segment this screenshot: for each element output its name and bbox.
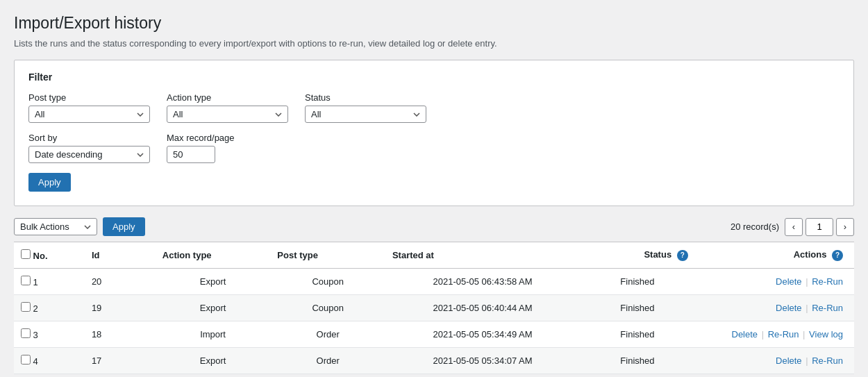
cell-no: 3	[14, 321, 85, 348]
col-header-no: No.	[14, 242, 85, 269]
toolbar: Bulk Actions Delete Apply 20 record(s) ‹…	[14, 217, 854, 236]
cell-post-type: Order	[270, 348, 385, 374]
action-separator: |	[759, 329, 767, 340]
cell-action-type: Import	[156, 321, 271, 348]
cell-id: 19	[85, 295, 156, 321]
action-link-view-log[interactable]: View log	[809, 329, 843, 340]
action-type-label: Action type	[167, 92, 288, 103]
cell-status: Finished	[580, 321, 695, 348]
toolbar-left: Bulk Actions Delete Apply	[14, 217, 145, 236]
col-header-actions: Actions ?	[695, 242, 854, 269]
select-all-checkbox[interactable]	[21, 249, 31, 259]
cell-post-type: Coupon	[270, 295, 385, 321]
sort-by-select[interactable]: Date descending Date ascending	[28, 146, 150, 163]
cell-no: 2	[14, 295, 85, 321]
history-table: No. Id Action type Post type Started at …	[14, 242, 854, 374]
col-header-post-type: Post type	[270, 242, 385, 269]
cell-actions: Delete | Re-Run	[695, 348, 854, 374]
action-link-delete[interactable]: Delete	[776, 355, 802, 366]
cell-id: 17	[85, 348, 156, 374]
cell-started-at: 2021-05-05 06:40:44 AM	[385, 295, 580, 321]
cell-post-type: Order	[270, 321, 385, 348]
cell-id: 18	[85, 321, 156, 348]
cell-actions: Delete | Re-Run	[695, 295, 854, 321]
toolbar-right: 20 record(s) ‹ ›	[731, 218, 854, 236]
cell-no: 4	[14, 348, 85, 374]
row-checkbox-4[interactable]	[21, 355, 31, 365]
action-link-re-run[interactable]: Re-Run	[812, 276, 843, 287]
prev-page-button[interactable]: ‹	[785, 218, 803, 236]
col-header-id: Id	[85, 242, 156, 269]
row-checkbox-2[interactable]	[21, 302, 31, 312]
status-select[interactable]: All Finished Failed Running	[305, 106, 426, 123]
cell-started-at: 2021-05-05 05:34:49 AM	[385, 321, 580, 348]
cell-started-at: 2021-05-05 06:43:58 AM	[385, 269, 580, 295]
max-record-input[interactable]	[167, 146, 215, 163]
actions-help-icon[interactable]: ?	[832, 250, 843, 261]
pagination: ‹ ›	[785, 218, 854, 236]
cell-status: Finished	[580, 295, 695, 321]
post-type-field: Post type All Post Page Product Coupon O…	[28, 92, 150, 123]
action-link-delete[interactable]: Delete	[776, 303, 802, 313]
col-header-action-type: Action type	[156, 242, 271, 269]
row-checkbox-1[interactable]	[21, 276, 31, 285]
cell-action-type: Export	[156, 348, 271, 374]
action-link-re-run[interactable]: Re-Run	[812, 355, 843, 366]
action-type-field: Action type All Import Export	[167, 92, 288, 123]
max-record-label: Max record/page	[167, 133, 235, 143]
col-header-status: Status ?	[580, 242, 695, 269]
post-type-select[interactable]: All Post Page Product Coupon Order	[28, 106, 150, 123]
action-link-delete[interactable]: Delete	[776, 276, 802, 287]
col-header-started-at: Started at	[385, 242, 580, 269]
action-separator: |	[803, 355, 811, 366]
status-help-icon[interactable]: ?	[677, 250, 688, 261]
page-number-input[interactable]	[806, 218, 833, 236]
cell-actions: Delete | Re-Run | View log	[695, 321, 854, 348]
filter-title: Filter	[28, 72, 840, 83]
max-record-field: Max record/page	[167, 133, 235, 163]
table-header-row: No. Id Action type Post type Started at …	[14, 242, 854, 269]
cell-status: Finished	[580, 348, 695, 374]
page-subtitle: Lists the runs and the status correspond…	[14, 38, 854, 49]
table-row: 120ExportCoupon2021-05-05 06:43:58 AMFin…	[14, 269, 854, 295]
row-checkbox-3[interactable]	[21, 328, 31, 338]
cell-action-type: Export	[156, 295, 271, 321]
cell-no: 1	[14, 269, 85, 295]
action-type-select[interactable]: All Import Export	[167, 106, 288, 123]
bulk-apply-button[interactable]: Apply	[103, 217, 145, 236]
action-link-re-run[interactable]: Re-Run	[768, 329, 799, 340]
sort-by-label: Sort by	[28, 133, 150, 143]
cell-started-at: 2021-05-05 05:34:07 AM	[385, 348, 580, 374]
cell-action-type: Export	[156, 269, 271, 295]
action-link-re-run[interactable]: Re-Run	[812, 303, 843, 313]
filter-row-1: Post type All Post Page Product Coupon O…	[28, 92, 840, 123]
sort-by-field: Sort by Date descending Date ascending	[28, 133, 150, 163]
filter-apply-button[interactable]: Apply	[28, 173, 71, 192]
action-separator: |	[800, 329, 808, 340]
action-link-delete[interactable]: Delete	[732, 329, 758, 340]
bulk-actions-select[interactable]: Bulk Actions Delete	[14, 218, 97, 235]
cell-status: Finished	[580, 269, 695, 295]
action-separator: |	[803, 303, 811, 313]
table-row: 318ImportOrder2021-05-05 05:34:49 AMFini…	[14, 321, 854, 348]
cell-id: 20	[85, 269, 156, 295]
status-field: Status All Finished Failed Running	[305, 92, 426, 123]
filter-box: Filter Post type All Post Page Product C…	[14, 60, 854, 206]
page-title: Import/Export history	[14, 14, 854, 33]
next-page-button[interactable]: ›	[836, 218, 854, 236]
records-count: 20 record(s)	[731, 221, 779, 232]
post-type-label: Post type	[28, 92, 150, 103]
status-label: Status	[305, 92, 426, 103]
filter-row-2: Sort by Date descending Date ascending M…	[28, 133, 840, 163]
cell-post-type: Coupon	[270, 269, 385, 295]
table-row: 417ExportOrder2021-05-05 05:34:07 AMFini…	[14, 348, 854, 374]
table-row: 219ExportCoupon2021-05-05 06:40:44 AMFin…	[14, 295, 854, 321]
action-separator: |	[803, 276, 811, 287]
cell-actions: Delete | Re-Run	[695, 269, 854, 295]
